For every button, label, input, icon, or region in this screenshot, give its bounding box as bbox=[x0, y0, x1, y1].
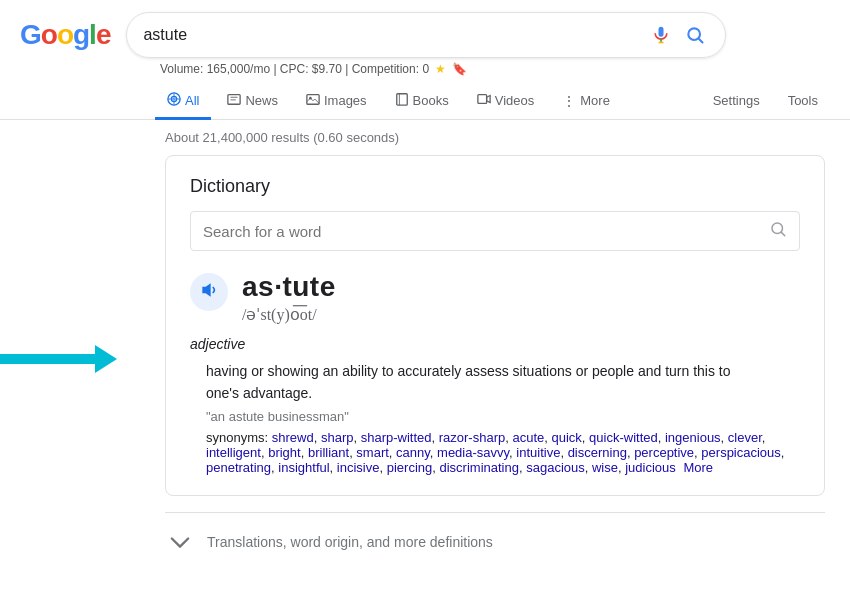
bookmark-icon[interactable]: 🔖 bbox=[452, 62, 467, 76]
synonym-link[interactable]: sharp bbox=[321, 430, 354, 445]
tab-all[interactable]: All bbox=[155, 84, 211, 120]
tab-all-label: All bbox=[185, 93, 199, 108]
tab-more-label: More bbox=[580, 93, 610, 108]
microphone-icon[interactable] bbox=[651, 25, 671, 45]
svg-line-4 bbox=[699, 39, 703, 43]
tab-news-label: News bbox=[245, 93, 278, 108]
synonym-link[interactable]: penetrating bbox=[206, 460, 271, 475]
synonym-link[interactable]: judicious bbox=[625, 460, 676, 475]
synonym-link[interactable]: ingenious bbox=[665, 430, 721, 445]
logo-letter-g2: g bbox=[73, 19, 89, 51]
more-dots-icon: ⋮ bbox=[562, 93, 576, 109]
main-content: Dictionary bbox=[0, 155, 850, 577]
translations-section[interactable]: Translations, word origin, and more defi… bbox=[165, 512, 825, 557]
images-icon bbox=[306, 92, 320, 109]
logo-letter-l: l bbox=[89, 19, 96, 51]
synonym-link[interactable]: intuitive bbox=[516, 445, 560, 460]
search-icons bbox=[651, 21, 709, 49]
search-bar-container bbox=[126, 12, 726, 58]
dictionary-search-button[interactable] bbox=[769, 220, 787, 242]
tab-news[interactable]: News bbox=[215, 84, 290, 120]
books-icon bbox=[395, 92, 409, 109]
search-button[interactable] bbox=[681, 21, 709, 49]
speaker-icon bbox=[199, 280, 219, 305]
synonym-link[interactable]: razor-sharp bbox=[439, 430, 505, 445]
tools-tab[interactable]: Tools bbox=[776, 85, 830, 119]
synonym-link[interactable]: quick bbox=[551, 430, 581, 445]
definition-text: having or showing an ability to accurate… bbox=[206, 360, 766, 405]
arrow-container bbox=[0, 345, 117, 373]
dictionary-card: Dictionary bbox=[165, 155, 825, 496]
tools-label: Tools bbox=[788, 93, 818, 108]
synonym-link[interactable]: media-savvy bbox=[437, 445, 509, 460]
synonym-link[interactable]: quick-witted bbox=[589, 430, 658, 445]
definition-block: having or showing an ability to accurate… bbox=[206, 360, 800, 475]
videos-icon bbox=[477, 92, 491, 109]
logo-letter-o2: o bbox=[57, 19, 73, 51]
all-icon bbox=[167, 92, 181, 109]
results-count: About 21,400,000 results (0.60 seconds) bbox=[0, 120, 850, 155]
search-bar bbox=[126, 12, 726, 58]
synonym-link[interactable]: piercing bbox=[387, 460, 433, 475]
word-heading: as·tute bbox=[242, 271, 800, 303]
arrow-head bbox=[95, 345, 117, 373]
dictionary-search-box bbox=[190, 211, 800, 251]
search-input[interactable] bbox=[143, 26, 643, 44]
synonym-link[interactable]: canny bbox=[396, 445, 430, 460]
svg-line-18 bbox=[781, 232, 784, 235]
synonym-link[interactable]: clever bbox=[728, 430, 762, 445]
synonyms-row: synonyms: shrewd, sharp, sharp-witted, r… bbox=[206, 430, 800, 475]
translations-label: Translations, word origin, and more defi… bbox=[207, 534, 493, 550]
results-count-text: About 21,400,000 results (0.60 seconds) bbox=[165, 130, 399, 145]
synonym-link[interactable]: intelligent bbox=[206, 445, 261, 460]
chevron-down-icon bbox=[165, 527, 195, 557]
synonym-link[interactable]: sharp-witted bbox=[361, 430, 432, 445]
settings-tab[interactable]: Settings bbox=[701, 85, 772, 119]
synonym-link[interactable]: insightful bbox=[278, 460, 329, 475]
google-logo[interactable]: Google bbox=[20, 19, 110, 51]
tab-books[interactable]: Books bbox=[383, 84, 461, 120]
word-info: as·tute /əˈst(y)o͞ot/ bbox=[242, 271, 800, 324]
logo-letter-g: G bbox=[20, 19, 41, 51]
svg-marker-19 bbox=[202, 283, 210, 296]
synonyms-more-link[interactable]: More bbox=[683, 460, 713, 475]
part-of-speech: adjective bbox=[190, 336, 800, 352]
synonym-link[interactable]: perspicacious bbox=[701, 445, 781, 460]
nav-tabs: All News Images Books Videos ⋮ More Sett… bbox=[0, 76, 850, 120]
settings-label: Settings bbox=[713, 93, 760, 108]
example-text: "an astute businessman" bbox=[206, 409, 800, 424]
synonym-link[interactable]: wise bbox=[592, 460, 618, 475]
phonetic-text: /əˈst(y)o͞ot/ bbox=[242, 305, 800, 324]
stats-text: Volume: 165,000/mo | CPC: $9.70 | Compet… bbox=[160, 62, 429, 76]
tab-videos[interactable]: Videos bbox=[465, 84, 547, 120]
logo-letter-o1: o bbox=[41, 19, 57, 51]
arrow-shaft bbox=[0, 354, 95, 364]
word-entry: as·tute /əˈst(y)o͞ot/ bbox=[190, 271, 800, 324]
tab-images-label: Images bbox=[324, 93, 367, 108]
synonym-link[interactable]: bright bbox=[268, 445, 301, 460]
synonyms-label: synonyms: bbox=[206, 430, 268, 445]
dictionary-title: Dictionary bbox=[190, 176, 800, 197]
tab-more[interactable]: ⋮ More bbox=[550, 85, 622, 120]
dictionary-search-input[interactable] bbox=[203, 223, 761, 240]
audio-button[interactable] bbox=[190, 273, 228, 311]
header: Google bbox=[0, 0, 850, 58]
tab-videos-label: Videos bbox=[495, 93, 535, 108]
synonym-link[interactable]: sagacious bbox=[526, 460, 585, 475]
synonym-link[interactable]: discerning bbox=[568, 445, 627, 460]
keyword-stats-bar: Volume: 165,000/mo | CPC: $9.70 | Compet… bbox=[0, 58, 850, 76]
synonym-link[interactable]: discriminating bbox=[439, 460, 518, 475]
news-icon bbox=[227, 92, 241, 109]
logo-letter-e: e bbox=[96, 19, 111, 51]
tab-images[interactable]: Images bbox=[294, 84, 379, 120]
synonym-link[interactable]: brilliant bbox=[308, 445, 349, 460]
synonym-link[interactable]: smart bbox=[356, 445, 389, 460]
synonym-link[interactable]: perceptive bbox=[634, 445, 694, 460]
svg-rect-14 bbox=[396, 94, 407, 105]
nav-settings-group: Settings Tools bbox=[701, 85, 830, 118]
synonym-link[interactable]: shrewd bbox=[272, 430, 314, 445]
star-icon[interactable]: ★ bbox=[435, 62, 446, 76]
svg-rect-0 bbox=[659, 27, 664, 37]
synonym-link[interactable]: acute bbox=[512, 430, 544, 445]
synonym-link[interactable]: incisive bbox=[337, 460, 380, 475]
